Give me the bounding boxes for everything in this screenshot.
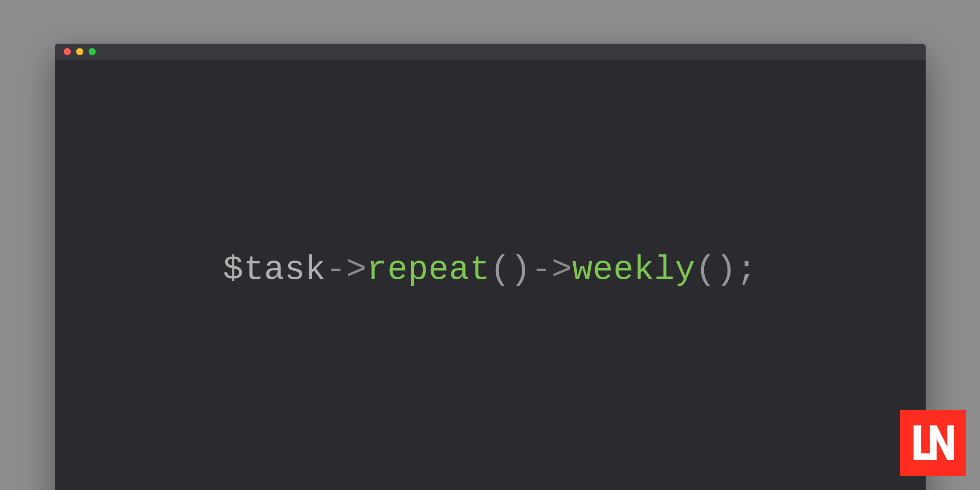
paren-token: () — [695, 251, 736, 289]
window-titlebar — [55, 44, 926, 60]
code-editor-window: $task->repeat()->weekly(); — [55, 44, 926, 490]
variable-token: $task — [223, 251, 326, 289]
arrow-token: -> — [326, 251, 367, 289]
paren-token: () — [490, 251, 531, 289]
logo-ln-icon — [909, 419, 957, 467]
laravel-news-logo — [900, 410, 966, 476]
editor-content-area: $task->repeat()->weekly(); — [55, 60, 926, 490]
code-line: $task->repeat()->weekly(); — [223, 251, 757, 289]
close-traffic-light[interactable] — [64, 48, 71, 55]
semicolon-token: ; — [736, 251, 757, 289]
maximize-traffic-light[interactable] — [89, 48, 96, 55]
arrow-token: -> — [531, 251, 572, 289]
method-token: weekly — [572, 251, 695, 289]
minimize-traffic-light[interactable] — [76, 48, 83, 55]
method-token: repeat — [367, 251, 490, 289]
